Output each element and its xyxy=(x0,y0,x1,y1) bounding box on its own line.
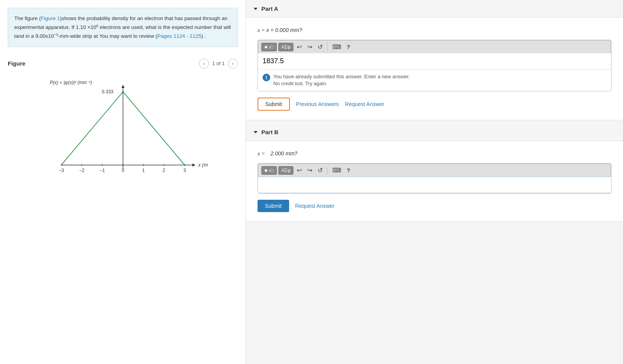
toolbar-separator-b xyxy=(327,167,328,174)
left-panel: The figure (Figure 1)shows the probabili… xyxy=(0,0,246,364)
part-a-previous-answers-link[interactable]: Previous Answers xyxy=(296,101,339,107)
question-box: The figure (Figure 1)shows the probabili… xyxy=(8,8,238,47)
part-a-sqrt-button[interactable]: ■ √□ xyxy=(261,43,277,51)
figure-section: Figure ‹ 1 of 1 › xyxy=(8,59,238,192)
question-text: The figure (Figure 1)shows the probabili… xyxy=(14,15,231,39)
svg-text:−2: −2 xyxy=(79,168,84,173)
part-a-keyboard-button[interactable]: ⌨ xyxy=(330,42,343,51)
part-b-undo-button[interactable]: ↩ xyxy=(295,166,304,175)
part-a-title: Part A xyxy=(261,5,278,12)
part-a-answer-input[interactable]: 1837.5 xyxy=(258,53,611,69)
part-a-submit-button[interactable]: Submit xyxy=(258,98,290,111)
svg-text:0: 0 xyxy=(121,168,124,173)
pages-link[interactable]: Pages 1124 - 1125 xyxy=(157,33,201,39)
part-a-help-button[interactable]: ? xyxy=(345,43,352,51)
part-b-section: Part B x = 2.000 mm? ■ √□ ΑΣφ ↩ xyxy=(246,123,623,222)
svg-text:0.333: 0.333 xyxy=(101,89,113,94)
figure-title: Figure xyxy=(8,60,25,67)
part-a-input-area: ■ √□ ΑΣφ ↩ ↪ ↺ ⌨ ? 1837.5 xyxy=(258,40,611,91)
part-a-toolbar: ■ √□ ΑΣφ ↩ ↪ ↺ ⌨ ? xyxy=(258,40,611,53)
part-a-body: x = x = 0.000 mm? ■ √□ ΑΣφ ↩ ↪ ↺ xyxy=(246,18,623,120)
graph-svg: −3 −2 −1 0 1 2 3 0.333 xyxy=(38,76,208,192)
svg-text:2: 2 xyxy=(162,168,165,173)
part-a-refresh-button[interactable]: ↺ xyxy=(316,42,325,51)
right-panel: Part A x = x = 0.000 mm? ■ √□ ΑΣφ ↩ xyxy=(246,0,623,364)
svg-text:P(x) = |ψ(x)|² (mm⁻¹): P(x) = |ψ(x)|² (mm⁻¹) xyxy=(50,80,92,85)
part-a-chevron-icon xyxy=(254,8,258,10)
part-b-request-answer-link[interactable]: Request Answer xyxy=(295,203,335,209)
figure-header: Figure ‹ 1 of 1 › xyxy=(8,59,238,69)
figure1-link[interactable]: Figure 1 xyxy=(41,15,60,21)
part-a-undo-button[interactable]: ↩ xyxy=(295,42,304,51)
part-a-redo-button[interactable]: ↪ xyxy=(305,42,314,51)
part-a-submit-row: Submit Previous Answers Request Answer xyxy=(258,98,611,111)
figure-next-button[interactable]: › xyxy=(228,59,238,69)
part-b-redo-button[interactable]: ↪ xyxy=(305,166,314,175)
part-b-symbols-button[interactable]: ΑΣφ xyxy=(278,166,293,175)
figure-count: 1 of 1 xyxy=(212,61,225,66)
warning-icon: ! xyxy=(263,74,270,81)
svg-text:3: 3 xyxy=(183,168,186,173)
part-b-sqrt-button[interactable]: ■ √□ xyxy=(261,166,277,175)
figure-nav: ‹ 1 of 1 › xyxy=(199,59,238,69)
part-b-answer-input[interactable] xyxy=(258,177,611,193)
svg-text:−1: −1 xyxy=(99,168,105,173)
part-b-toolbar: ■ √□ ΑΣφ ↩ ↪ ↺ ⌨ ? xyxy=(258,163,611,177)
part-b-title: Part B xyxy=(261,129,278,135)
svg-text:−3: −3 xyxy=(59,168,64,173)
figure-prev-button[interactable]: ‹ xyxy=(199,59,209,69)
part-b-input-area: ■ √□ ΑΣφ ↩ ↪ ↺ ⌨ ? xyxy=(258,163,611,194)
part-b-keyboard-button[interactable]: ⌨ xyxy=(330,166,343,175)
part-a-symbols-button[interactable]: ΑΣφ xyxy=(278,43,293,51)
graph-container: −3 −2 −1 0 1 2 3 0.333 xyxy=(38,76,208,192)
toolbar-separator xyxy=(327,43,328,51)
part-b-header[interactable]: Part B xyxy=(246,123,623,141)
svg-text:x (mm): x (mm) xyxy=(198,162,208,168)
part-b-submit-row: Submit Request Answer xyxy=(258,200,611,212)
part-a-section: Part A x = x = 0.000 mm? ■ √□ ΑΣφ ↩ xyxy=(246,0,623,120)
part-b-submit-button[interactable]: Submit xyxy=(258,200,289,212)
part-a-warning: ! You have already submitted this answer… xyxy=(258,69,611,91)
part-b-question: x = 2.000 mm? xyxy=(258,150,611,157)
svg-marker-2 xyxy=(192,163,195,167)
part-b-help-button[interactable]: ? xyxy=(345,166,352,174)
svg-marker-3 xyxy=(121,85,125,88)
part-b-chevron-icon xyxy=(254,131,258,133)
part-a-header[interactable]: Part A xyxy=(246,0,623,18)
part-a-question: x = x = 0.000 mm? xyxy=(258,27,611,34)
warning-text: You have already submitted this answer. … xyxy=(273,73,410,87)
svg-text:1: 1 xyxy=(142,168,145,173)
part-a-request-answer-link[interactable]: Request Answer xyxy=(345,101,384,107)
part-b-body: x = 2.000 mm? ■ √□ ΑΣφ ↩ ↪ ↺ xyxy=(246,141,623,221)
part-b-refresh-button[interactable]: ↺ xyxy=(316,166,325,175)
